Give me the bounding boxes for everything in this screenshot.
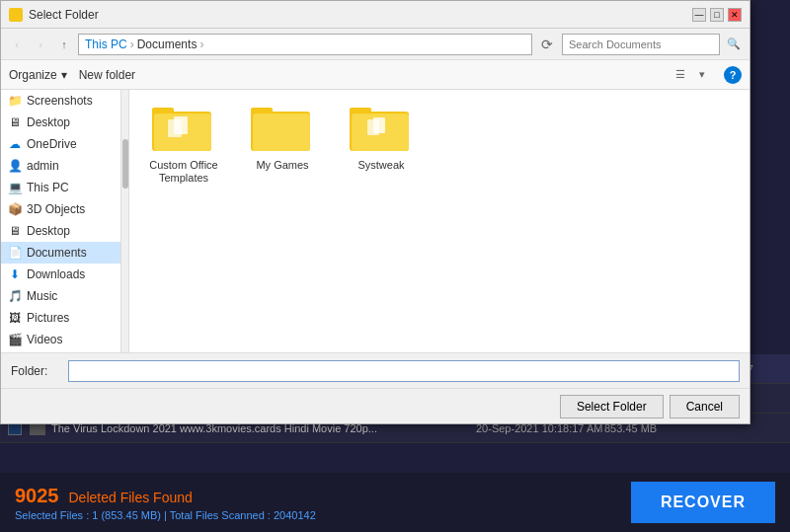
sidebar-item-thispc[interactable]: 💻 This PC <box>1 177 128 198</box>
svg-rect-7 <box>253 114 310 151</box>
cancel-button[interactable]: Cancel <box>670 395 740 418</box>
desktop-icon: 🖥 <box>7 114 23 130</box>
document-icon: 📄 <box>7 245 23 261</box>
folder-label: Custom Office Templates <box>143 159 224 185</box>
folder-item-my-games[interactable]: My Games <box>238 100 327 189</box>
sidebar-item-localc[interactable]: 💾 Local Disk (C:) <box>1 350 128 352</box>
up-button[interactable]: ↑ <box>54 35 74 54</box>
status-info: 9025 Deleted Files Found Selected Files … <box>15 485 316 521</box>
videos-icon: 🎬 <box>7 332 23 347</box>
help-button[interactable]: ? <box>724 66 742 84</box>
address-bar: ‹ › ↑ This PC › Documents › ⟳ 🔍 <box>1 29 750 60</box>
close-button[interactable]: ✕ <box>728 8 742 22</box>
folder-label-text: Folder: <box>11 364 60 378</box>
svg-rect-4 <box>174 116 188 134</box>
sidebar-item-pictures[interactable]: 🖼 Pictures <box>1 307 128 329</box>
view-chevron-button[interactable]: ▾ <box>692 65 712 85</box>
search-button[interactable]: 🔍 <box>724 35 744 54</box>
folder-label: My Games <box>256 159 308 172</box>
sidebar-item-3dobjects[interactable]: 📦 3D Objects <box>1 198 128 220</box>
minimize-button[interactable]: — <box>692 8 706 22</box>
folder-icon-games <box>251 104 314 155</box>
file-area: Custom Office Templates My Games <box>129 90 750 352</box>
search-input[interactable] <box>562 34 720 55</box>
organize-button[interactable]: Organize ▾ <box>9 68 67 82</box>
computer-icon: 💻 <box>7 180 23 195</box>
action-buttons: Select Folder Cancel <box>1 388 750 423</box>
breadcrumb-part2: Documents <box>137 38 198 51</box>
folder-icon-systweak <box>350 104 413 155</box>
deleted-count: 9025 <box>15 485 59 507</box>
dialog-title: Select Folder <box>9 8 99 22</box>
select-folder-dialog: Select Folder — □ ✕ ‹ › ↑ This PC › Docu… <box>0 0 750 424</box>
total-label: | Total Files Scanned : <box>164 509 271 521</box>
dialog-titlebar: Select Folder — □ ✕ <box>1 1 750 29</box>
download-icon: ⬇ <box>7 266 23 282</box>
folder-label: Systweak <box>357 159 404 172</box>
scrollbar-thumb[interactable] <box>122 139 128 189</box>
selected-info: Selected Files : 1 (853.45 MB) | Total F… <box>15 509 316 521</box>
view-controls: ☰ ▾ <box>671 65 712 85</box>
folder-icon-custom <box>152 104 215 155</box>
selected-value: 1 (853.45 MB) <box>92 509 161 521</box>
objects-icon: 📦 <box>7 201 23 217</box>
sidebar-item-admin[interactable]: 👤 admin <box>1 155 128 177</box>
cloud-icon: ☁ <box>7 136 23 152</box>
folder-icon-title <box>9 8 23 22</box>
selected-label: Selected Files : <box>15 509 89 521</box>
folder-icon: 📁 <box>7 93 23 109</box>
select-folder-button[interactable]: Select Folder <box>560 395 664 418</box>
total-value: 2040142 <box>274 509 316 521</box>
desktop2-icon: 🖥 <box>7 223 23 239</box>
breadcrumb[interactable]: This PC › Documents › <box>78 34 532 55</box>
music-icon: 🎵 <box>7 288 23 304</box>
dialog-body: 📁 Screenshots 🖥 Desktop ☁ OneDrive 👤 adm… <box>1 90 750 352</box>
breadcrumb-part1: This PC <box>85 38 127 51</box>
title-controls: — □ ✕ <box>692 8 742 22</box>
sidebar-item-downloads[interactable]: ⬇ Downloads <box>1 264 128 285</box>
sidebar-item-music[interactable]: 🎵 Music <box>1 285 128 307</box>
new-folder-button[interactable]: New folder <box>79 68 135 82</box>
breadcrumb-sep1: › <box>130 38 134 51</box>
recover-button[interactable]: RECOVER <box>631 482 775 523</box>
dialog-title-text: Select Folder <box>29 8 99 22</box>
sidebar-item-desktop2[interactable]: 🖥 Desktop <box>1 220 128 242</box>
sidebar-item-desktop[interactable]: 🖥 Desktop <box>1 112 128 133</box>
sidebar-item-documents[interactable]: 📄 Documents <box>1 242 128 264</box>
back-button[interactable]: ‹ <box>7 35 27 54</box>
sidebar: 📁 Screenshots 🖥 Desktop ☁ OneDrive 👤 adm… <box>1 90 129 352</box>
sidebar-scrollbar <box>120 90 128 352</box>
folder-item-systweak[interactable]: Systweak <box>337 100 426 189</box>
refresh-button[interactable]: ⟳ <box>536 34 558 55</box>
forward-button[interactable]: › <box>31 35 50 54</box>
sidebar-item-videos[interactable]: 🎬 Videos <box>1 329 128 350</box>
sidebar-item-screenshots[interactable]: 📁 Screenshots <box>1 90 128 112</box>
svg-rect-12 <box>373 117 385 133</box>
pictures-icon: 🖼 <box>7 310 23 326</box>
status-bar: 9025 Deleted Files Found Selected Files … <box>0 473 790 532</box>
folder-input[interactable] <box>68 360 740 382</box>
organize-chevron-icon: ▾ <box>61 68 67 82</box>
deleted-label: Deleted Files Found <box>69 490 193 505</box>
sidebar-item-onedrive[interactable]: ☁ OneDrive <box>1 133 128 155</box>
folder-input-area: Folder: <box>1 352 750 388</box>
breadcrumb-sep2: › <box>199 38 203 51</box>
folder-item-custom-office[interactable]: Custom Office Templates <box>139 100 228 189</box>
view-mode-button[interactable]: ☰ <box>671 65 690 85</box>
maximize-button[interactable]: □ <box>710 8 724 22</box>
user-icon: 👤 <box>7 158 23 174</box>
toolbar: Organize ▾ New folder ☰ ▾ ? <box>1 60 750 90</box>
